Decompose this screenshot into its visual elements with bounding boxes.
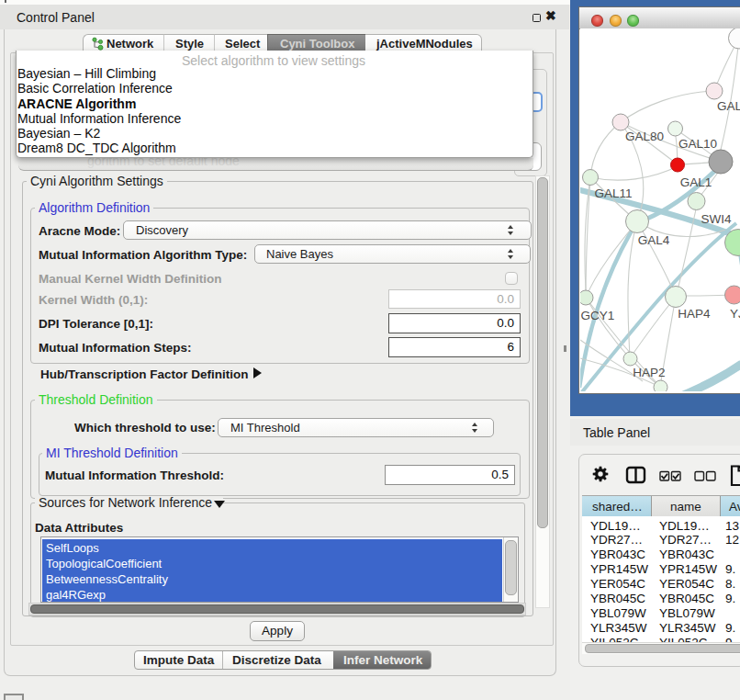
svg-text:HAP4: HAP4 (678, 307, 711, 321)
svg-text:GAL11: GAL11 (594, 186, 632, 200)
svg-text:GCY1: GCY1 (581, 309, 615, 322)
svg-text:GAL7: GAL7 (717, 99, 740, 113)
svg-text:YJL: YJL (730, 307, 740, 321)
svg-text:HAP2: HAP2 (633, 366, 665, 379)
svg-text:GAL4: GAL4 (638, 233, 670, 247)
svg-text:GAL80: GAL80 (625, 130, 664, 143)
svg-text:GAL10: GAL10 (678, 137, 717, 151)
svg-text:GAL1: GAL1 (680, 175, 712, 189)
svg-text:SWI4: SWI4 (701, 212, 731, 226)
